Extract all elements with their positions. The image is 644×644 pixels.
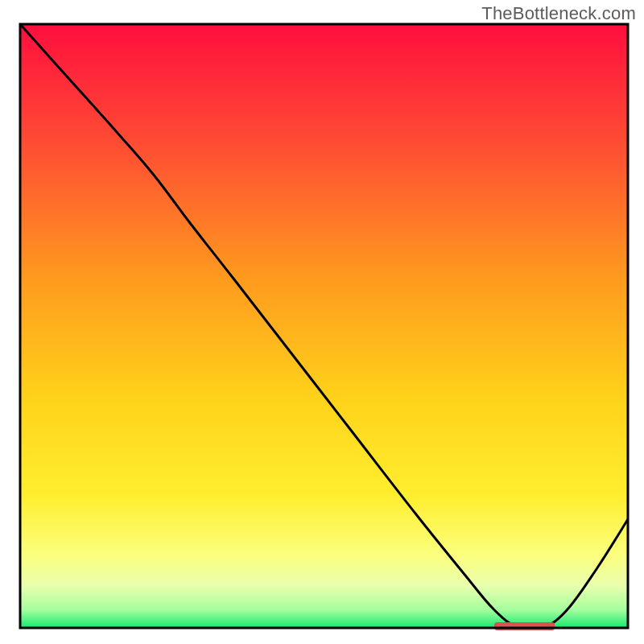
- gradient-background: [20, 24, 628, 628]
- bottleneck-chart: [0, 0, 644, 644]
- chart-container: TheBottleneck.com: [0, 0, 644, 644]
- attribution-label: TheBottleneck.com: [481, 3, 636, 24]
